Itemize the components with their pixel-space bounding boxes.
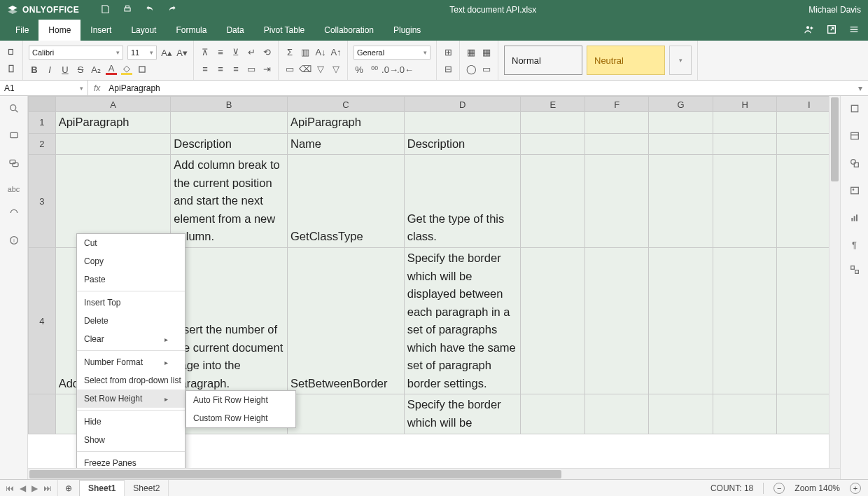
ctx-auto-fit-row-height[interactable]: Auto Fit Row Height — [186, 391, 295, 409]
sheet-last-icon[interactable]: ⏭ — [43, 483, 52, 493]
cell[interactable]: Insert the number of the current documen… — [171, 247, 288, 394]
cell-style-normal[interactable]: Normal — [504, 46, 582, 75]
cell[interactable]: ApiParagraph — [288, 112, 405, 134]
cond-format-icon[interactable]: ▦ — [465, 46, 477, 57]
image-settings-icon[interactable] — [849, 185, 860, 198]
zoom-in-button[interactable]: + — [850, 483, 861, 494]
col-header[interactable]: F — [584, 97, 648, 112]
text-settings-icon[interactable]: ¶ — [852, 240, 857, 250]
sheet-next-icon[interactable]: ▶ — [31, 483, 38, 493]
ctx-copy[interactable]: Copy — [77, 252, 185, 270]
cell[interactable] — [55, 133, 171, 155]
dec-inc-icon[interactable]: .0→ — [384, 64, 396, 75]
font-size-select[interactable]: 11▾ — [127, 46, 157, 60]
chart-settings-icon[interactable] — [849, 212, 860, 226]
row-header[interactable]: 1 — [29, 112, 56, 134]
cell-style-more[interactable]: ▾ — [669, 46, 692, 75]
sheet-tab[interactable]: Sheet2 — [125, 480, 169, 496]
borders-icon[interactable] — [136, 64, 148, 75]
search-icon[interactable] — [8, 103, 20, 116]
col-header[interactable]: D — [404, 97, 521, 112]
tab-pivot[interactable]: Pivot Table — [254, 20, 314, 41]
copy-icon[interactable] — [6, 46, 17, 57]
shape-settings-icon[interactable] — [849, 158, 860, 171]
align-bottom-icon[interactable]: ⊻ — [230, 46, 241, 57]
bold-icon[interactable]: B — [29, 64, 40, 75]
align-left-icon[interactable]: ≡ — [200, 63, 211, 74]
chat-icon[interactable] — [8, 158, 20, 171]
ctx-set-row-height[interactable]: Set Row Height▸ — [77, 390, 185, 408]
tab-file[interactable]: File — [6, 20, 38, 41]
sheet-first-icon[interactable]: ⏮ — [6, 483, 14, 493]
ctx-select-dropdown[interactable]: Select from drop-down list — [77, 371, 185, 390]
tab-formula[interactable]: Formula — [166, 20, 216, 41]
strike-icon[interactable]: S — [75, 64, 86, 75]
font-color-icon[interactable]: A — [106, 64, 117, 75]
col-header[interactable]: H — [713, 97, 776, 112]
cell[interactable]: Get the type of this class. — [404, 155, 521, 248]
tab-layout[interactable]: Layout — [121, 20, 166, 41]
sort-asc-icon[interactable]: A↓ — [315, 46, 326, 57]
dec-dec-icon[interactable]: .0← — [400, 64, 411, 75]
tab-home[interactable]: Home — [38, 20, 80, 41]
ctx-delete[interactable]: Delete — [77, 312, 185, 330]
formula-input[interactable]: ApiParagraph — [106, 83, 853, 93]
ctx-clear[interactable]: Clear▸ — [77, 330, 185, 348]
insert-image-icon[interactable]: ▭ — [481, 63, 492, 74]
cell[interactable] — [171, 112, 288, 134]
orientation-icon[interactable]: ⟲ — [261, 46, 272, 57]
percent-icon[interactable]: % — [354, 64, 365, 75]
cell[interactable]: Name — [288, 133, 405, 155]
feedback-icon[interactable] — [8, 207, 20, 221]
undo-icon[interactable] — [145, 4, 155, 16]
ctx-hide[interactable]: Hide — [77, 413, 185, 431]
row-header[interactable]: 3 — [29, 155, 56, 248]
filter-icon[interactable]: ▽ — [315, 63, 326, 74]
row-header[interactable]: 4 — [29, 247, 56, 394]
spellcheck-icon[interactable]: abc — [8, 185, 20, 193]
horizontal-scrollbar[interactable] — [28, 468, 840, 479]
col-header[interactable]: B — [171, 97, 288, 112]
cell[interactable]: ApiParagraph — [55, 112, 171, 134]
sheet-tab[interactable]: Sheet1 — [79, 480, 125, 496]
tab-collab[interactable]: Collaboration — [314, 20, 384, 41]
accounting-icon[interactable]: ⁰⁰ — [369, 64, 380, 75]
zoom-label[interactable]: Zoom 140% — [794, 483, 840, 493]
user-name[interactable]: Michael Davis — [808, 5, 861, 15]
ctx-paste[interactable]: Paste — [77, 270, 185, 289]
cell-settings-icon[interactable] — [849, 103, 860, 116]
tab-data[interactable]: Data — [216, 20, 253, 41]
print-icon[interactable] — [122, 4, 132, 16]
ctx-show[interactable]: Show — [77, 431, 185, 449]
number-format-select[interactable]: General▾ — [354, 46, 430, 60]
delete-cells-icon[interactable]: ⊟ — [442, 63, 454, 74]
table-settings-icon[interactable] — [849, 130, 860, 144]
cell[interactable]: Specify the border which will be — [404, 394, 521, 434]
cell-style-neutral[interactable]: Neutral — [587, 46, 665, 75]
wrap-text-icon[interactable]: ↵ — [246, 46, 257, 57]
row-header[interactable]: 2 — [29, 133, 56, 155]
align-top-icon[interactable]: ⊼ — [200, 46, 211, 57]
col-header[interactable]: G — [649, 97, 713, 112]
cell[interactable] — [404, 112, 521, 134]
hamburger-icon[interactable] — [848, 24, 860, 37]
select-all-corner[interactable] — [29, 97, 56, 112]
fill-icon[interactable]: ▥ — [300, 46, 311, 57]
share-icon[interactable] — [804, 24, 815, 37]
indent-icon[interactable]: ⇥ — [261, 63, 272, 74]
open-location-icon[interactable] — [826, 24, 837, 37]
merge-icon[interactable]: ▭ — [246, 63, 257, 74]
cell[interactable]: Description — [171, 133, 288, 155]
table-template-icon[interactable]: ▦ — [481, 46, 492, 57]
formula-expand-icon[interactable]: ▾ — [853, 83, 868, 93]
save-icon[interactable] — [100, 4, 110, 16]
sort-desc-icon[interactable]: A↑ — [330, 46, 342, 57]
align-center-icon[interactable]: ≡ — [215, 63, 226, 74]
ctx-freeze-panes[interactable]: Freeze Panes — [77, 454, 185, 468]
cell[interactable]: Specify the border which will be display… — [404, 247, 521, 394]
redo-icon[interactable] — [167, 4, 177, 16]
zoom-out-button[interactable]: − — [774, 483, 785, 494]
ctx-cut[interactable]: Cut — [77, 234, 185, 252]
pivot-settings-icon[interactable] — [849, 264, 860, 277]
about-icon[interactable]: i — [8, 235, 20, 248]
